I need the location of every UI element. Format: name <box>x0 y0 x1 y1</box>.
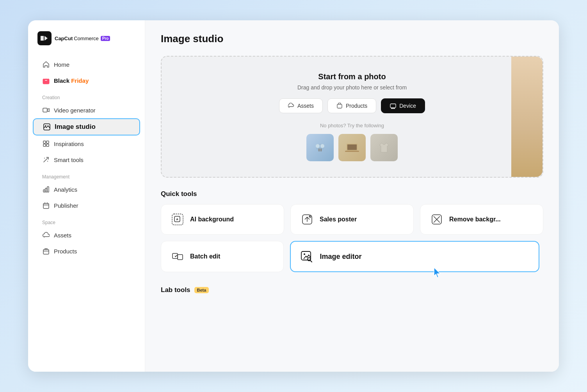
dropzone-subtitle: Drag and drop your photo here or select … <box>169 84 535 91</box>
quick-tools-row1: AI background Sales poster Remove backgr… <box>161 204 543 235</box>
lab-tools-title: Lab tools <box>161 286 190 294</box>
svg-point-21 <box>320 144 324 148</box>
sidebar-item-video-generator[interactable]: Video generator <box>33 102 140 118</box>
source-btn-device[interactable]: Device <box>381 98 425 113</box>
svg-rect-17 <box>337 104 342 108</box>
main-content: Image studio Start from a photo Drag and… <box>145 20 559 372</box>
app-window: CapCutCommercePro Home Black Friday <box>28 20 559 372</box>
sidebar-item-publisher[interactable]: Publisher <box>33 198 140 213</box>
sales-poster-icon <box>300 212 314 226</box>
box-icon <box>42 247 50 255</box>
svg-rect-1 <box>43 79 49 84</box>
tool-sales-poster[interactable]: Sales poster <box>290 204 414 235</box>
svg-point-35 <box>304 253 305 255</box>
svg-rect-33 <box>178 255 183 260</box>
svg-rect-6 <box>43 141 46 143</box>
capcut-logo-icon <box>37 31 52 45</box>
sidebar-item-image-studio[interactable]: Image studio <box>33 118 140 135</box>
svg-point-10 <box>44 158 45 159</box>
sidebar-item-products[interactable]: Products <box>33 243 140 259</box>
sample-images <box>169 134 535 161</box>
video-icon <box>42 106 50 114</box>
tool-ai-background[interactable]: AI background <box>161 204 284 235</box>
ai-bg-icon <box>171 212 185 226</box>
logo-area: CapCutCommercePro <box>28 31 145 56</box>
section-label-management: Management <box>28 168 145 181</box>
batch-icon <box>171 249 185 264</box>
section-label-space: Space <box>28 214 145 227</box>
quick-tools-row2: Batch edit Image editor <box>161 241 543 272</box>
svg-rect-16 <box>43 249 49 254</box>
svg-rect-2 <box>45 80 47 81</box>
remove-bg-icon <box>430 212 444 226</box>
section-label-creation: Creation <box>28 89 145 102</box>
svg-rect-8 <box>43 144 46 146</box>
grid-icon <box>42 140 50 148</box>
sample-img-earbuds[interactable] <box>306 134 334 161</box>
tool-batch-edit[interactable]: Batch edit <box>161 241 284 272</box>
sidebar-item-smart-tools[interactable]: Smart tools <box>33 152 140 167</box>
sample-img-laptop[interactable] <box>338 134 366 161</box>
svg-rect-25 <box>347 144 357 150</box>
svg-point-11 <box>47 161 48 162</box>
sidebar-item-assets[interactable]: Assets <box>33 227 140 243</box>
chart-icon <box>42 185 50 193</box>
svg-rect-14 <box>47 187 49 192</box>
image-studio-icon <box>43 123 51 131</box>
no-photos-label: No photos? Try the following <box>169 123 535 128</box>
image-editor-icon <box>300 249 314 264</box>
beta-badge: Beta <box>194 287 209 293</box>
svg-rect-23 <box>320 148 322 151</box>
svg-rect-13 <box>45 188 47 192</box>
sample-img-shirt[interactable] <box>370 134 398 161</box>
page-title: Image studio <box>161 33 543 45</box>
sidebar-item-analytics[interactable]: Analytics <box>33 182 140 197</box>
tool-image-editor[interactable]: Image editor <box>290 241 539 272</box>
svg-point-20 <box>316 144 320 148</box>
svg-rect-15 <box>43 203 49 208</box>
svg-rect-7 <box>46 141 49 143</box>
dropzone-title: Start from a photo <box>169 72 535 81</box>
sidebar-item-home[interactable]: Home <box>33 57 140 72</box>
svg-rect-3 <box>43 108 47 112</box>
bag-icon <box>42 77 50 84</box>
logo-text: CapCutCommercePro <box>55 36 110 41</box>
svg-rect-9 <box>46 144 49 146</box>
svg-rect-18 <box>390 104 396 108</box>
source-buttons: Assets Products Device <box>169 98 535 113</box>
magic-icon <box>42 156 50 164</box>
source-btn-assets[interactable]: Assets <box>279 98 323 113</box>
lab-tools-header: Lab tools Beta <box>161 286 543 294</box>
cloud-icon <box>42 231 50 239</box>
quick-tools-title: Quick tools <box>161 190 543 198</box>
drop-zone[interactable]: Start from a photo Drag and drop your ph… <box>161 56 543 178</box>
right-preview-image <box>511 57 543 177</box>
sidebar-nav: Home Black Friday Creation Video gener <box>28 56 145 361</box>
tool-remove-background[interactable]: Remove backgr... <box>420 204 543 235</box>
quick-tools-row2-wrapper: Batch edit Image editor <box>161 241 543 272</box>
svg-rect-12 <box>43 190 45 192</box>
svg-rect-26 <box>345 151 359 152</box>
svg-rect-22 <box>318 148 320 151</box>
source-btn-products[interactable]: Products <box>327 98 376 113</box>
black-friday-label: Black Friday <box>54 77 89 84</box>
sidebar: CapCutCommercePro Home Black Friday <box>28 20 145 372</box>
home-icon <box>42 61 50 68</box>
sidebar-item-inspirations[interactable]: Inspirations <box>33 136 140 151</box>
calendar-icon <box>42 201 50 209</box>
sidebar-item-black-friday[interactable]: Black Friday <box>33 73 140 88</box>
